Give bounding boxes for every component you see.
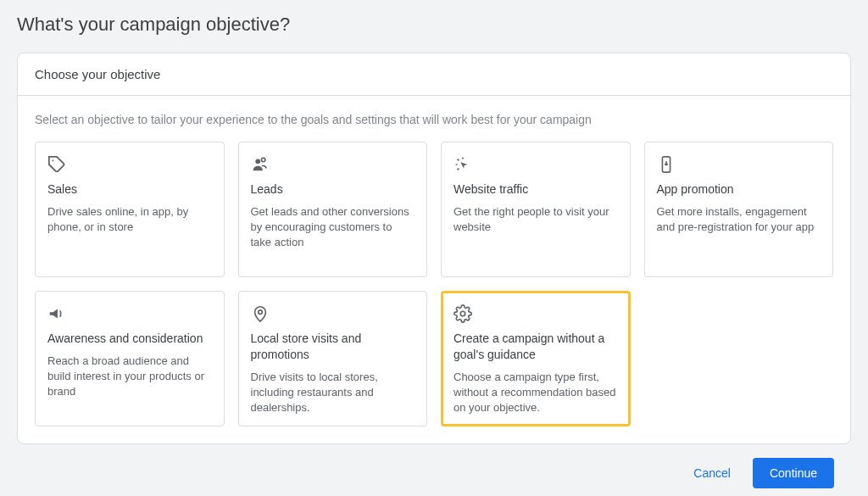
objective-title: Sales [47,181,212,198]
app-download-icon [657,154,821,175]
objective-title: Awareness and consideration [47,331,212,347]
objective-desc: Drive visits to local stores, including … [251,370,415,416]
objective-card-leads[interactable]: Leads Get leads and other conversions by… [238,142,428,277]
objective-card-sales[interactable]: Sales Drive sales online, in app, by pho… [35,142,225,277]
objectives-grid: Sales Drive sales online, in app, by pho… [35,142,833,426]
objective-title: Leads [251,181,415,198]
pin-icon [251,304,415,324]
panel-instructions: Select an objective to tailor your exper… [35,113,833,126]
objective-title: App promotion [657,181,821,198]
svg-point-2 [261,158,264,161]
objective-title: Website traffic [453,181,618,198]
continue-button[interactable]: Continue [753,458,834,488]
svg-point-1 [255,159,260,164]
objective-title: Create a campaign without a goal's guida… [453,331,618,363]
svg-point-5 [460,311,465,316]
objective-desc: Get more installs, engagement and pre-re… [657,204,821,235]
svg-point-0 [53,160,54,162]
objective-card-app-promotion[interactable]: App promotion Get more installs, engagem… [644,142,834,277]
objective-desc: Reach a broad audience and build interes… [47,354,212,400]
objective-title: Local store visits and promotions [251,331,415,363]
objective-card-no-goal-guidance[interactable]: Create a campaign without a goal's guida… [441,291,631,426]
gear-icon [453,304,618,324]
svg-point-4 [258,310,262,315]
objective-desc: Get leads and other conversions by encou… [251,204,415,251]
cancel-button[interactable]: Cancel [682,460,743,487]
objective-card-website-traffic[interactable]: Website traffic Get the right people to … [441,142,631,277]
megaphone-icon [47,304,212,324]
footer-bar: Cancel Continue [17,444,851,488]
objective-panel: Choose your objective Select an objectiv… [17,53,851,444]
cursor-click-icon [453,154,618,175]
objective-desc: Choose a campaign type first, without a … [453,370,618,416]
objective-card-awareness[interactable]: Awareness and consideration Reach a broa… [35,291,225,426]
objective-card-local-store[interactable]: Local store visits and promotions Drive … [238,291,428,426]
panel-header: Choose your objective [18,53,850,96]
objective-desc: Get the right people to visit your websi… [453,204,618,235]
objective-desc: Drive sales online, in app, by phone, or… [47,204,212,235]
tag-icon [47,154,212,175]
panel-heading: Choose your objective [35,67,833,81]
leads-icon [251,154,415,175]
page-title: What's your campaign objective? [17,14,851,36]
